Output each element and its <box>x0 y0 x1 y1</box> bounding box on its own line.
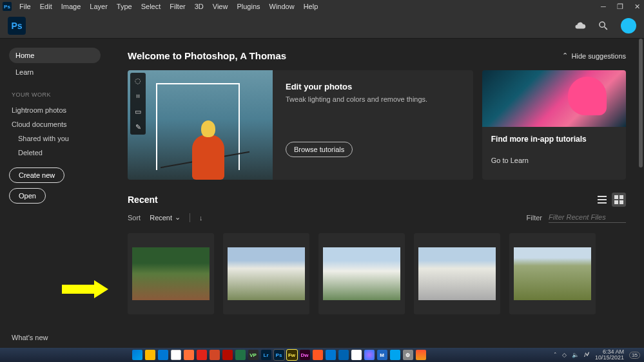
recent-file-3[interactable] <box>318 233 405 314</box>
chevron-down-icon: ⌄ <box>175 213 181 222</box>
card-edit-photos[interactable]: ◌ ⌗ ▭ ✎ Edit your photos Tweak lighting … <box>128 70 473 180</box>
sidebar-item-deleted[interactable]: Deleted <box>9 146 101 160</box>
recent-heading: Recent <box>128 195 158 205</box>
menubar: Ps File Edit Image Layer Type Select Fil… <box>0 0 644 13</box>
taskbar-chrome-icon[interactable] <box>171 350 181 360</box>
taskbar-settings-icon[interactable]: ⚙ <box>403 350 413 360</box>
chevron-up-icon: ⌃ <box>562 52 568 60</box>
taskbar-start-icon[interactable] <box>132 350 142 360</box>
recent-thumbnails <box>128 233 626 314</box>
sidebar-item-cloud[interactable]: Cloud documents <box>9 117 101 131</box>
thumbnail-image <box>418 247 496 300</box>
cloud-icon[interactable] <box>574 20 586 32</box>
tray-volume-icon[interactable]: 🔈 <box>572 352 579 358</box>
frame-icon: ▭ <box>130 104 146 119</box>
menu-image[interactable]: Image <box>57 1 85 12</box>
thumbnail-image <box>323 247 400 300</box>
notification-badge[interactable]: 35 <box>629 352 640 359</box>
card-edit-photos-desc: Tweak lighting and colors and remove thi… <box>286 95 460 103</box>
scrollbar-thumb[interactable] <box>639 39 643 167</box>
filter-input[interactable] <box>549 212 626 223</box>
card-more-tutorials[interactable]: Find more in-app tutorials Go to Learn <box>482 70 626 180</box>
svg-rect-3 <box>614 195 618 199</box>
taskbar-fireworks-icon[interactable]: Fw <box>287 350 297 360</box>
taskbar-firefox-icon[interactable] <box>184 350 194 360</box>
menu-3d[interactable]: 3D <box>191 1 208 12</box>
svg-rect-0 <box>598 196 607 197</box>
menu-select[interactable]: Select <box>137 1 165 12</box>
open-button[interactable]: Open <box>9 188 46 204</box>
menu-filter[interactable]: Filter <box>166 1 189 12</box>
svg-rect-5 <box>614 200 618 204</box>
grid-icon <box>614 195 623 204</box>
taskbar-lightroom-icon[interactable]: Lr <box>261 350 271 360</box>
sort-direction-button[interactable]: ↓ <box>199 214 203 222</box>
sort-label: Sort <box>128 214 141 222</box>
window-close-icon[interactable]: ✕ <box>632 3 641 11</box>
system-clock[interactable]: 6:34 AM 10/15/2021 <box>595 349 624 361</box>
recent-file-4[interactable] <box>414 233 500 314</box>
menu-plugins[interactable]: Plugins <box>233 1 264 12</box>
mock-toolstrip: ◌ ⌗ ▭ ✎ <box>130 73 146 135</box>
menu-help[interactable]: Help <box>300 1 322 12</box>
recent-file-1[interactable] <box>128 233 214 314</box>
taskbar-acrobat-icon[interactable] <box>222 350 233 360</box>
taskbar-app5-icon[interactable] <box>416 350 426 360</box>
taskbar-app2-icon[interactable] <box>313 350 323 360</box>
taskbar-app4-icon[interactable] <box>390 350 400 360</box>
sidebar: Home Learn YOUR WORK Lightroom photos Cl… <box>0 39 110 348</box>
card-more-tutorials-title: Find more in-app tutorials <box>491 135 617 144</box>
sidebar-item-learn[interactable]: Learn <box>9 64 101 80</box>
svg-rect-6 <box>620 200 623 204</box>
hide-suggestions-link[interactable]: ⌃ Hide suggestions <box>562 52 626 60</box>
taskbar-powerpoint-icon[interactable] <box>210 350 220 360</box>
tray-wifi-icon[interactable]: ◇ <box>562 352 567 358</box>
menu-layer[interactable]: Layer <box>86 1 112 12</box>
taskbar-calendar-icon[interactable] <box>326 350 336 360</box>
taskbar-explorer-icon[interactable] <box>145 350 155 360</box>
menu: File Edit Image Layer Type Select Filter… <box>15 1 322 12</box>
taskbar-app3-icon[interactable] <box>351 350 362 360</box>
taskbar-excel-icon[interactable] <box>235 350 246 360</box>
sidebar-item-home[interactable]: Home <box>9 48 101 63</box>
taskbar-notes-icon[interactable] <box>338 350 349 360</box>
taskbar-photoshop-icon[interactable]: Ps <box>274 350 284 360</box>
view-list-button[interactable] <box>595 193 609 207</box>
taskbar-vp-icon[interactable]: VP <box>248 350 259 360</box>
sort-dropdown[interactable]: Recent ⌄ <box>150 213 181 222</box>
browse-tutorials-button[interactable]: Browse tutorials <box>286 142 353 157</box>
menu-window[interactable]: Window <box>266 1 298 12</box>
go-to-learn-link[interactable]: Go to Learn <box>491 157 617 164</box>
menu-file[interactable]: File <box>15 1 35 12</box>
taskbar-m-icon[interactable]: M <box>377 350 387 360</box>
menu-edit[interactable]: Edit <box>36 1 56 12</box>
user-avatar[interactable] <box>621 18 636 33</box>
filter-label: Filter <box>527 214 542 222</box>
app-logo[interactable]: Ps <box>8 17 26 35</box>
search-icon[interactable] <box>598 20 609 32</box>
taskbar-dreamweaver-icon[interactable]: Dw <box>300 350 310 360</box>
scrollbar-track[interactable] <box>639 39 643 348</box>
lasso-icon: ◌ <box>130 73 146 88</box>
sidebar-item-shared[interactable]: Shared with you <box>9 131 101 146</box>
thumbnail-image <box>228 247 305 300</box>
thumbnail-image <box>514 247 591 300</box>
svg-rect-2 <box>598 202 607 204</box>
whats-new-link[interactable]: What's new <box>12 334 48 341</box>
create-new-button[interactable]: Create new <box>9 167 64 183</box>
window-minimize-icon[interactable]: ─ <box>599 3 608 11</box>
taskbar-messenger-icon[interactable] <box>364 350 375 360</box>
view-grid-button[interactable] <box>612 193 626 207</box>
recent-file-2[interactable] <box>223 233 309 314</box>
tray-chevron-up-icon[interactable]: ˄ <box>554 352 557 358</box>
recent-file-5[interactable] <box>509 233 596 314</box>
taskbar-mail-icon[interactable] <box>158 350 168 360</box>
taskbar-app-icon[interactable] <box>197 350 207 360</box>
menu-type[interactable]: Type <box>113 1 136 12</box>
sidebar-section-label: YOUR WORK <box>12 91 101 98</box>
sidebar-item-lightroom[interactable]: Lightroom photos <box>9 103 101 117</box>
window-restore-icon[interactable]: ❐ <box>616 3 625 11</box>
home-content: Welcome to Photoshop, A Thomas ⌃ Hide su… <box>110 39 644 348</box>
menu-view[interactable]: View <box>209 1 232 12</box>
tray-battery-icon[interactable]: 🗲 <box>584 352 590 358</box>
